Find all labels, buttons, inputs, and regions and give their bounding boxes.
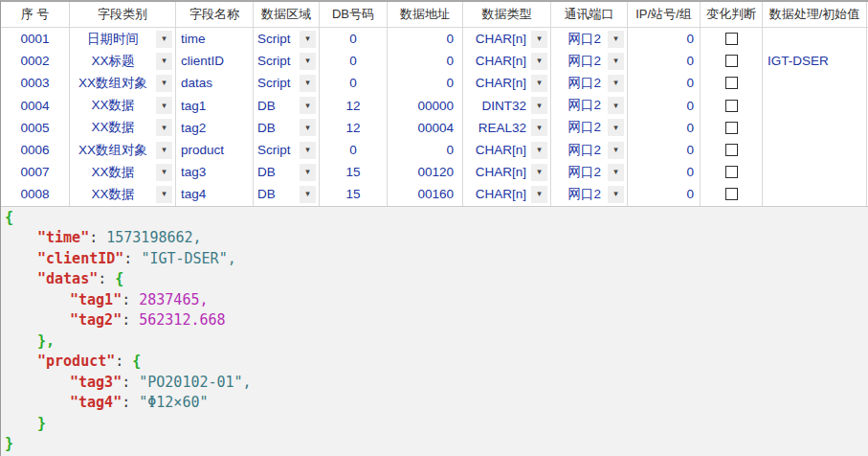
- cell-addr-0003[interactable]: 0: [388, 72, 463, 94]
- dropdown-arrow-icon[interactable]: ▾: [531, 142, 547, 159]
- cell-addr-0005[interactable]: 00004: [388, 117, 463, 139]
- category-value[interactable]: XX数据: [70, 186, 156, 203]
- dropdown-arrow-icon[interactable]: ▾: [156, 119, 172, 136]
- cell-name-0004[interactable]: tag1: [176, 95, 254, 117]
- dropdown-arrow-icon[interactable]: ▾: [300, 186, 316, 203]
- change-detect-checkbox-0004[interactable]: [725, 100, 738, 112]
- dropdown-arrow-icon[interactable]: ▾: [156, 53, 172, 70]
- dropdown-arrow-icon[interactable]: ▾: [608, 186, 624, 203]
- dropdown-arrow-icon[interactable]: ▾: [156, 75, 172, 92]
- cell-name-0003[interactable]: datas: [176, 72, 254, 94]
- cell-ip-0001[interactable]: 0: [628, 28, 701, 50]
- port-value[interactable]: 网口2: [551, 142, 608, 159]
- port-value[interactable]: 网口2: [551, 97, 608, 114]
- dropdown-arrow-icon[interactable]: ▾: [608, 97, 624, 114]
- area-value[interactable]: DB: [254, 121, 300, 135]
- port-value[interactable]: 网口2: [551, 31, 608, 48]
- category-value[interactable]: 日期时间: [70, 31, 156, 48]
- cell-addr-0006[interactable]: 0: [388, 139, 463, 161]
- dtype-value[interactable]: CHAR[n]: [463, 165, 531, 179]
- cell-ip-0003[interactable]: 0: [628, 72, 701, 94]
- port-value[interactable]: 网口2: [551, 186, 608, 203]
- port-value[interactable]: 网口2: [551, 53, 608, 70]
- dropdown-arrow-icon[interactable]: ▾: [608, 164, 624, 181]
- area-value[interactable]: DB: [254, 187, 300, 201]
- cell-db-0008[interactable]: 15: [320, 183, 388, 205]
- dropdown-arrow-icon[interactable]: ▾: [156, 97, 172, 114]
- dropdown-arrow-icon[interactable]: ▾: [608, 142, 624, 159]
- dropdown-arrow-icon[interactable]: ▾: [300, 53, 316, 70]
- port-value[interactable]: 网口2: [551, 164, 608, 181]
- dropdown-arrow-icon[interactable]: ▾: [156, 31, 172, 48]
- dropdown-arrow-icon[interactable]: ▾: [156, 142, 172, 159]
- cell-db-0003[interactable]: 0: [320, 72, 388, 94]
- change-detect-checkbox-0001[interactable]: [725, 33, 738, 45]
- dropdown-arrow-icon[interactable]: ▾: [531, 53, 547, 70]
- cell-db-0006[interactable]: 0: [320, 139, 388, 161]
- cell-ip-0008[interactable]: 0: [628, 183, 701, 205]
- area-value[interactable]: Script: [254, 32, 300, 46]
- cell-name-0002[interactable]: clientID: [176, 50, 254, 72]
- category-value[interactable]: XX数组对象: [70, 142, 156, 159]
- cell-addr-0001[interactable]: 0: [388, 28, 463, 50]
- cell-db-0004[interactable]: 12: [320, 95, 388, 117]
- cell-ip-0005[interactable]: 0: [628, 117, 701, 139]
- dropdown-arrow-icon[interactable]: ▾: [531, 164, 547, 181]
- dropdown-arrow-icon[interactable]: ▾: [300, 119, 316, 136]
- dropdown-arrow-icon[interactable]: ▾: [156, 186, 172, 203]
- cell-db-0001[interactable]: 0: [320, 28, 388, 50]
- dropdown-arrow-icon[interactable]: ▾: [300, 97, 316, 114]
- change-detect-checkbox-0008[interactable]: [725, 188, 738, 200]
- category-value[interactable]: XX数据: [70, 119, 156, 136]
- dropdown-arrow-icon[interactable]: ▾: [300, 75, 316, 92]
- cell-name-0005[interactable]: tag2: [176, 117, 254, 139]
- category-value[interactable]: XX数据: [70, 97, 156, 114]
- cell-init-0004[interactable]: [763, 95, 867, 117]
- area-value[interactable]: DB: [254, 99, 300, 113]
- dtype-value[interactable]: CHAR[n]: [463, 187, 531, 201]
- dropdown-arrow-icon[interactable]: ▾: [608, 53, 624, 70]
- dropdown-arrow-icon[interactable]: ▾: [531, 75, 547, 92]
- cell-name-0001[interactable]: time: [176, 28, 254, 50]
- dropdown-arrow-icon[interactable]: ▾: [300, 142, 316, 159]
- cell-name-0008[interactable]: tag4: [176, 183, 254, 205]
- cell-addr-0004[interactable]: 00000: [388, 95, 463, 117]
- cell-ip-0006[interactable]: 0: [628, 139, 701, 161]
- dtype-value[interactable]: CHAR[n]: [463, 54, 531, 68]
- category-value[interactable]: XX标题: [70, 53, 156, 70]
- area-value[interactable]: Script: [254, 54, 300, 68]
- dtype-value[interactable]: REAL32: [463, 121, 531, 135]
- dropdown-arrow-icon[interactable]: ▾: [531, 186, 547, 203]
- dropdown-arrow-icon[interactable]: ▾: [300, 164, 316, 181]
- area-value[interactable]: Script: [254, 76, 300, 90]
- dropdown-arrow-icon[interactable]: ▾: [608, 75, 624, 92]
- dtype-value[interactable]: CHAR[n]: [463, 76, 531, 90]
- dropdown-arrow-icon[interactable]: ▾: [156, 164, 172, 181]
- cell-addr-0007[interactable]: 00120: [388, 161, 463, 183]
- cell-db-0005[interactable]: 12: [320, 117, 388, 139]
- cell-addr-0002[interactable]: 0: [388, 50, 463, 72]
- cell-ip-0002[interactable]: 0: [628, 50, 701, 72]
- dropdown-arrow-icon[interactable]: ▾: [608, 119, 624, 136]
- cell-init-0008[interactable]: [763, 183, 867, 205]
- dropdown-arrow-icon[interactable]: ▾: [531, 97, 547, 114]
- cell-init-0001[interactable]: [763, 28, 867, 50]
- cell-db-0007[interactable]: 15: [320, 161, 388, 183]
- dtype-value[interactable]: CHAR[n]: [463, 143, 531, 157]
- dropdown-arrow-icon[interactable]: ▾: [608, 31, 624, 48]
- dropdown-arrow-icon[interactable]: ▾: [531, 119, 547, 136]
- dropdown-arrow-icon[interactable]: ▾: [531, 31, 547, 48]
- cell-init-0005[interactable]: [763, 117, 867, 139]
- dtype-value[interactable]: CHAR[n]: [463, 32, 531, 46]
- cell-init-0007[interactable]: [763, 161, 867, 183]
- dropdown-arrow-icon[interactable]: ▾: [300, 31, 316, 48]
- cell-ip-0007[interactable]: 0: [628, 161, 701, 183]
- cell-addr-0008[interactable]: 00160: [388, 183, 463, 205]
- cell-init-0003[interactable]: [763, 72, 867, 94]
- cell-db-0002[interactable]: 0: [320, 50, 388, 72]
- port-value[interactable]: 网口2: [551, 75, 608, 92]
- category-value[interactable]: XX数组对象: [70, 75, 156, 92]
- cell-init-0006[interactable]: [763, 139, 867, 161]
- dtype-value[interactable]: DINT32: [463, 99, 531, 113]
- change-detect-checkbox-0006[interactable]: [725, 144, 738, 156]
